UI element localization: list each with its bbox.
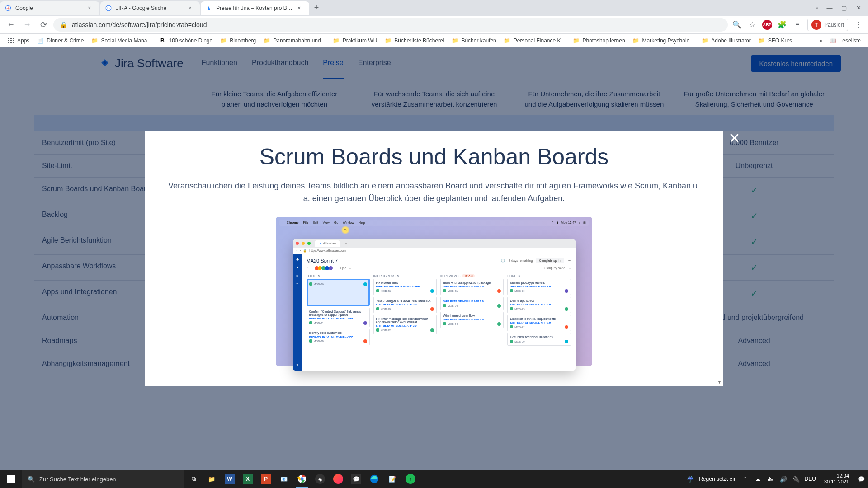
assignee-avatar-icon <box>363 282 367 286</box>
column-header: IN REVIEW3MAX 3 <box>440 274 504 277</box>
tray-chevron-icon[interactable]: ˄ <box>741 476 750 483</box>
menu-icon[interactable]: ⋮ <box>853 19 863 30</box>
close-window-button[interactable]: ✕ <box>855 5 862 11</box>
notifications-icon[interactable]: 💬 <box>857 476 865 483</box>
bookmark-folder[interactable]: 📁Bücherliste Bücherei <box>382 36 447 46</box>
extension-puzzle-icon[interactable]: 🧩 <box>777 19 788 30</box>
apps-grid-icon <box>7 37 14 44</box>
file-explorer-icon[interactable]: 📁 <box>203 470 221 488</box>
modal-overlay[interactable]: Scrum Boards und Kanban Boards Veranscha… <box>0 47 868 470</box>
kanban-card: Establish technical requirementsSHIP BET… <box>507 315 571 331</box>
bookmark-folder[interactable]: 📁Bloomberg <box>217 36 259 46</box>
back-button[interactable]: ← <box>5 19 17 31</box>
bookmark-star-icon[interactable]: ☆ <box>747 19 758 30</box>
tab-close-icon[interactable]: × <box>188 5 195 12</box>
page-icon: B <box>159 37 166 44</box>
extension-icon[interactable]: ≡ <box>792 19 803 30</box>
search-icon: ⌕ <box>307 267 308 270</box>
wifi-icon: ⌃ <box>551 221 554 225</box>
new-tab-button[interactable]: + <box>310 2 323 14</box>
scroll-down-icon[interactable]: ▼ <box>717 380 722 385</box>
bookmark-folder[interactable]: 📁Panoramabahn und... <box>260 36 328 46</box>
reload-button[interactable]: ⟳ <box>37 19 50 31</box>
avatar-icon <box>329 266 333 270</box>
url-input[interactable]: 🔒 atlassian.com/de/software/jira/pricing… <box>53 18 728 32</box>
apps-button[interactable]: Apps <box>5 36 32 46</box>
chrome-icon[interactable] <box>293 470 311 488</box>
ss-tab: ▲Atlassian <box>315 240 340 247</box>
obs-icon[interactable]: ◉ <box>311 470 329 488</box>
modal-close-button[interactable]: ✕ <box>726 130 742 146</box>
spotify-icon[interactable]: ♪ <box>401 470 420 488</box>
browser-tab-active[interactable]: Preise für Jira – Kosten pro Benu... × <box>201 1 309 15</box>
taskbar-search[interactable]: 🔍 Zur Suche Text hier eingeben <box>22 470 184 488</box>
volume-icon[interactable]: 🔊 <box>779 476 788 483</box>
column-header: DONE6 <box>507 274 571 277</box>
issue-type-icon <box>443 304 446 307</box>
ss-menubar: Chrome File Edit View Go Window Help ⌃ ▮… <box>279 220 589 226</box>
search-icon: ⌕ <box>295 273 300 278</box>
issue-type-icon <box>376 289 379 292</box>
bookmarks-bar: Apps 📄Dinner & Crime 📁Social Media Mana.… <box>0 34 868 47</box>
ss-browser-window: ▲Atlassian + ‹ › 🔒 https://www.atlassian… <box>293 239 576 371</box>
profile-pause-button[interactable]: T Pausiert <box>807 19 848 31</box>
battery-icon[interactable]: 🔌 <box>792 476 800 483</box>
help-icon: ? <box>295 363 300 368</box>
bookmark-folder[interactable]: 📁Adobe Illustrator <box>698 36 753 46</box>
feature-modal: Scrum Boards und Kanban Boards Veranscha… <box>145 131 723 386</box>
bookmark-folder[interactable]: 📁Bücher kaufen <box>448 36 499 46</box>
weather-icon[interactable]: ☔ <box>686 476 694 483</box>
tab-close-icon[interactable]: × <box>88 5 95 12</box>
kanban-card: Test prototype and document feedbackSHIP… <box>373 297 437 313</box>
browser-tab[interactable]: Google × <box>0 1 99 15</box>
chevron-down-icon: ⌄ <box>349 267 352 270</box>
onedrive-icon[interactable]: ☁ <box>754 476 762 483</box>
forward-button[interactable]: → <box>21 19 33 31</box>
edge-icon[interactable] <box>365 470 383 488</box>
bookmark-item[interactable]: B100 schöne Dinge <box>156 36 215 46</box>
bookmark-folder[interactable]: 📁Personal Finance K... <box>501 36 568 46</box>
zoom-icon[interactable]: 🔍 <box>731 19 742 30</box>
clock[interactable]: 12:04 30.11.2021 <box>821 473 853 485</box>
language-indicator[interactable]: DEU <box>805 476 816 482</box>
weather-text[interactable]: Regen setzt ein <box>699 476 736 482</box>
url-text: atlassian.com/de/software/jira/pricing?t… <box>72 21 207 28</box>
traffic-light-min-icon <box>302 242 305 245</box>
task-view-button[interactable]: ⧉ <box>184 470 203 488</box>
reading-list-button[interactable]: 📖Leseliste <box>827 36 863 46</box>
profile-avatar-icon: T <box>811 20 821 30</box>
traffic-light-close-icon <box>296 242 299 245</box>
account-icon[interactable]: ◦ <box>816 5 818 11</box>
readlist-icon: 📖 <box>830 37 837 44</box>
bookmark-folder[interactable]: 📁Social Media Mana... <box>88 36 154 46</box>
traffic-light-max-icon <box>307 242 311 245</box>
bookmark-folder[interactable]: 📁SEO Kurs <box>755 36 795 46</box>
mail-icon[interactable]: 📧 <box>275 470 293 488</box>
start-button[interactable] <box>0 470 22 488</box>
bookmark-item[interactable]: 📄Dinner & Crime <box>34 36 86 46</box>
kanban-column: DONE6Identify prototype testersSHIP BETA… <box>507 274 571 347</box>
network-icon[interactable]: 🖧 <box>767 476 775 483</box>
clock-icon: 🕐 <box>501 259 505 263</box>
bookmark-folder[interactable]: 📁Praktikum WU <box>330 36 380 46</box>
complete-sprint-button: Complete sprint <box>536 258 564 263</box>
kanban-card: Confirm "Contact Support" link sends mes… <box>307 308 370 327</box>
browser-tab[interactable]: G JIRA - Google Suche × <box>100 1 200 15</box>
teams-icon[interactable]: 💬 <box>347 470 365 488</box>
notepad-icon[interactable]: 📝 <box>383 470 401 488</box>
ss-back-icon: ‹ <box>297 249 297 252</box>
powerpoint-icon[interactable]: P <box>257 470 275 488</box>
bookmark-overflow[interactable]: » <box>816 36 825 46</box>
minimize-button[interactable]: — <box>826 5 833 11</box>
adblock-icon[interactable]: ABP <box>762 20 772 30</box>
kanban-card: Wireframe of user flowSHIP BETA OF MOBIL… <box>440 312 504 328</box>
app-icon[interactable] <box>329 470 347 488</box>
word-icon[interactable]: W <box>221 470 239 488</box>
bookmark-folder[interactable]: 📁Marketing Psycholo... <box>630 36 697 46</box>
bookmark-folder[interactable]: 📁Photoshop lernen <box>570 36 628 46</box>
tab-close-icon[interactable]: × <box>297 5 305 12</box>
maximize-button[interactable]: ▢ <box>841 5 847 11</box>
svg-text:G: G <box>107 6 109 9</box>
issue-type-icon <box>510 325 513 328</box>
excel-icon[interactable]: X <box>239 470 257 488</box>
